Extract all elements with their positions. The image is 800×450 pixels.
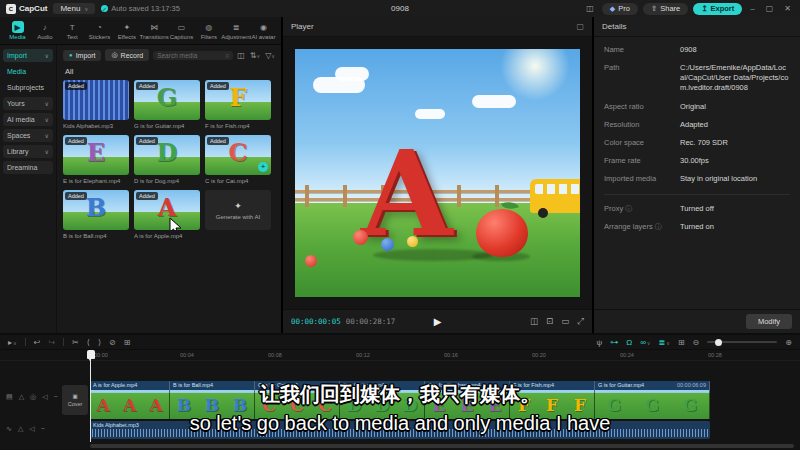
sidebar-item[interactable]: Import ∨ — [3, 49, 53, 62]
modify-button[interactable]: Modify — [746, 314, 792, 329]
sidebar-item[interactable]: Subprojects ∨ — [3, 81, 53, 94]
video-viewer[interactable]: A — [283, 37, 592, 309]
pro-button[interactable]: ◆ Pro — [602, 3, 638, 15]
details-row: Arrange layersⓘ Turned on — [604, 222, 790, 232]
redo-icon[interactable]: ↪ — [48, 338, 55, 347]
filter-all-label[interactable]: All — [65, 67, 275, 76]
zoom-slider-knob[interactable] — [715, 339, 722, 346]
play-button[interactable]: ▶ — [434, 316, 442, 327]
undo-icon[interactable]: ↩ — [34, 338, 41, 347]
playhead[interactable] — [90, 350, 91, 442]
details-row: Nameⓘ 0908 — [604, 45, 790, 55]
zoom-in-icon[interactable]: ⊕ — [785, 338, 792, 347]
lock-icon[interactable]: △ — [19, 393, 24, 401]
media-item[interactable]: G Added + G is for Guitar.mp4 — [134, 80, 200, 129]
ribbon-tab[interactable]: ▶ Media — [4, 21, 31, 40]
details-row-label: Imported mediaⓘ — [604, 174, 680, 184]
export-button[interactable]: ↥ Export — [693, 3, 742, 15]
ribbon-tab[interactable]: ⋈ Transitions — [141, 21, 168, 40]
ribbon-tab[interactable]: ◉ AI avatar — [250, 21, 277, 40]
video-clip[interactable]: B is for Ball.mp4 BBB — [170, 381, 255, 419]
ribbon-tab[interactable]: ♪ Audio — [31, 21, 58, 40]
sidebar-item[interactable]: Spaces ∨ — [3, 129, 53, 142]
timeline-scrollbar[interactable] — [90, 444, 794, 448]
split-icon[interactable]: ✂ — [72, 338, 79, 347]
magnet-icon[interactable]: Ω — [626, 338, 632, 347]
ribbon-tab[interactable]: ▭ Captions — [168, 21, 195, 40]
fullscreen-icon[interactable]: ⤢ — [577, 316, 584, 327]
media-thumbnail[interactable]: E Added + — [63, 135, 129, 175]
media-item[interactable]: A Added + A is for Apple.mp4 — [134, 190, 200, 239]
cover-button[interactable]: ▣ Cover — [62, 385, 88, 415]
video-clip[interactable]: A is for Apple.mp4 AAA — [90, 381, 170, 419]
menu-button[interactable]: Menu ∨ — [53, 3, 95, 14]
close-button[interactable]: ✕ — [781, 4, 794, 13]
ribbon-tab[interactable]: ◔ Stickers — [86, 21, 113, 40]
link-icon[interactable]: ∞∨ — [640, 338, 650, 347]
media-thumbnail[interactable]: D Added + — [134, 135, 200, 175]
minimize-button[interactable]: – — [747, 4, 757, 13]
audio-clip[interactable]: Kids Alphabet.mp3 — [90, 421, 710, 439]
voiceover-mic-icon[interactable]: ψ — [596, 338, 602, 347]
sidebar-item[interactable]: Library ∨ — [3, 145, 53, 158]
media-item[interactable]: D Added + D is for Dog.mp4 — [134, 135, 200, 184]
sidebar-item[interactable]: Dreamina ∨ — [3, 161, 53, 174]
media-thumbnail[interactable]: C Added + — [205, 135, 271, 175]
media-item[interactable]: C Added + C is for Cat.mp4 — [205, 135, 271, 184]
delete-icon[interactable]: ⊘ — [109, 338, 116, 347]
ribbon-tab[interactable]: ◍ Filters — [195, 21, 222, 40]
track-mode-icon[interactable]: ≣∨ — [659, 338, 670, 347]
generate-ai-item[interactable]: ✦ Generate with AI — [205, 190, 271, 239]
delete-left-icon[interactable]: ⟨ — [87, 338, 90, 347]
hide-track-icon[interactable]: ◎ — [30, 393, 36, 401]
media-item[interactable]: F Added + F is for Fish.mp4 — [205, 80, 271, 129]
preview-axis-icon[interactable]: ⊞ — [678, 338, 685, 347]
delete-right-icon[interactable]: ⟩ — [98, 338, 101, 347]
collapse-track-icon[interactable]: − — [54, 393, 58, 401]
player-options-icon[interactable]: ▢ — [576, 22, 584, 31]
video-clip[interactable]: D is for Dog.mp4 DDD — [340, 381, 425, 419]
maximize-button[interactable]: ▢ — [763, 4, 777, 13]
view-toggle-icon[interactable]: ◫ — [237, 51, 245, 60]
sidebar-item[interactable]: Yours ∨ — [3, 97, 53, 110]
lock-icon[interactable]: △ — [18, 425, 23, 433]
video-clip[interactable]: E is for Elephant.mp4 EEE — [425, 381, 510, 419]
layout-icon[interactable]: ◫ — [583, 4, 597, 13]
sort-icon[interactable]: ⇅∨ — [250, 51, 260, 60]
mute-track-icon[interactable]: ◁ — [42, 393, 47, 401]
search-box[interactable]: ○ — [153, 51, 233, 60]
sidebar-item[interactable]: AI media ∨ — [3, 113, 53, 126]
add-to-timeline-button[interactable]: + — [258, 162, 268, 172]
snap-icon[interactable]: ⊶ — [610, 338, 618, 347]
filter-icon[interactable]: ▽∨ — [265, 51, 275, 60]
crop-icon[interactable]: ⊞ — [124, 338, 131, 347]
timeline-ruler[interactable]: 00:00 00:04 00:08 00:12 00:16 00:20 00:2… — [0, 350, 800, 361]
search-input[interactable] — [157, 52, 223, 59]
media-thumbnail[interactable]: G Added + — [134, 80, 200, 120]
ribbon-tab[interactable]: ≣ Adjustment — [223, 21, 250, 40]
record-button[interactable]: ◎ Record — [105, 49, 149, 61]
collapse-track-icon[interactable]: − — [41, 425, 45, 433]
media-thumbnail[interactable]: F Added + — [205, 80, 271, 120]
video-clip[interactable]: F is for Fish.mp4 FFF — [510, 381, 595, 419]
split-view-icon[interactable]: ◫ — [530, 316, 538, 327]
fit-icon[interactable]: ⊡ — [546, 316, 553, 327]
video-clip[interactable]: G is for Guitar.mp4 00:00:06:09 GGG — [595, 381, 710, 419]
timeline-zoom-slider[interactable] — [707, 341, 777, 343]
ribbon-tab[interactable]: ✦ Effects — [113, 21, 140, 40]
media-item[interactable]: E Added + E is for Elephant.mp4 — [63, 135, 129, 184]
share-button[interactable]: ⇧ Share — [643, 3, 688, 15]
ratio-icon[interactable]: ▭ — [561, 316, 569, 327]
sidebar-item[interactable]: Media ∨ — [3, 65, 53, 78]
media-item[interactable]: Added + Kids Alphabet.mp3 — [63, 80, 129, 129]
media-item[interactable]: B Added + B is for Ball.mp4 — [63, 190, 129, 239]
select-tool-icon[interactable]: ▸∨ — [8, 338, 17, 347]
media-thumbnail[interactable]: A Added + — [134, 190, 200, 230]
ribbon-tab[interactable]: T Text — [59, 21, 86, 40]
import-button[interactable]: ● Import — [63, 50, 101, 61]
media-thumbnail[interactable]: B Added + — [63, 190, 129, 230]
media-thumbnail[interactable]: Added + — [63, 80, 129, 120]
video-clip[interactable]: C is for Cat.mp4 CCC — [255, 381, 340, 419]
zoom-out-icon[interactable]: ⊖ — [693, 338, 700, 347]
mute-track-icon[interactable]: ◁ — [29, 425, 34, 433]
